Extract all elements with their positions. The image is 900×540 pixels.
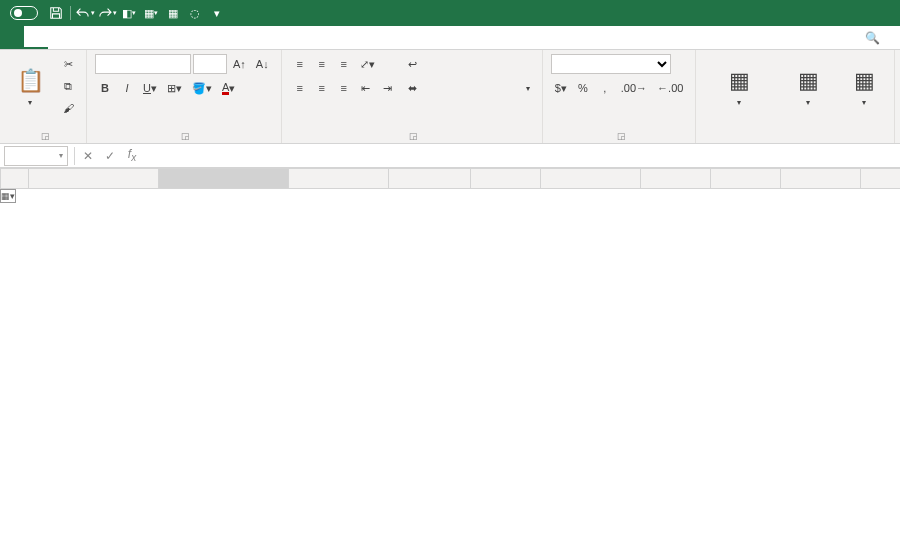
underline-button[interactable]: U▾	[139, 78, 161, 98]
italic-button[interactable]: I	[117, 78, 137, 98]
paste-button[interactable]: 📋 ▾	[8, 54, 52, 120]
tab-timeline[interactable]	[168, 26, 192, 49]
tab-review[interactable]	[192, 26, 216, 49]
font-color-button[interactable]: A▾	[218, 78, 239, 98]
save-icon[interactable]	[46, 3, 66, 23]
name-box[interactable]: ▾	[4, 146, 68, 166]
tab-data[interactable]	[144, 26, 168, 49]
wrap-text-button[interactable]: ↩	[404, 54, 514, 74]
group-number: $▾ % , .00→ ←.00 ◲	[543, 50, 697, 143]
increase-indent-button[interactable]: ⇥	[378, 78, 398, 98]
insert-function-button[interactable]: fx	[121, 147, 143, 163]
cond-format-icon: ▦	[729, 68, 750, 94]
decrease-indent-button[interactable]: ⇤	[356, 78, 376, 98]
conditional-formatting-button[interactable]: ▦▾	[704, 54, 774, 120]
autofill-options-button[interactable]: ▦▾	[0, 189, 16, 203]
tab-page-layout[interactable]	[96, 26, 120, 49]
brush-icon: 🖌	[63, 102, 74, 114]
number-launcher-icon[interactable]: ◲	[617, 131, 626, 141]
column-header-row	[1, 169, 901, 189]
align-center-button[interactable]: ≡	[312, 78, 332, 98]
clipboard-icon: 📋	[17, 68, 44, 94]
spreadsheet-grid[interactable]: ▦▾	[0, 168, 900, 540]
copy-button[interactable]: ⧉	[58, 76, 78, 96]
orientation-button[interactable]: ⤢▾	[356, 54, 379, 74]
search-icon: 🔍	[865, 31, 880, 45]
cell-styles-icon: ▦	[854, 68, 875, 94]
comma-button[interactable]: ,	[595, 78, 615, 98]
qat-customize[interactable]: ▾	[207, 3, 227, 23]
tab-formulas[interactable]	[120, 26, 144, 49]
enter-formula-button[interactable]: ✓	[99, 149, 121, 163]
group-font: A↑ A↓ B I U▾ ⊞▾ 🪣▾ A▾ ◲	[87, 50, 282, 143]
col-header-e[interactable]	[471, 169, 541, 189]
col-header-f[interactable]	[541, 169, 641, 189]
merge-center-button[interactable]: ⬌▾	[404, 78, 534, 98]
formula-input[interactable]	[143, 146, 900, 166]
quick-access-toolbar: ▾ ▾ ◧▾ ▦▾ ▦ ◌ ▾	[46, 3, 227, 23]
tab-view[interactable]	[216, 26, 240, 49]
format-painter-button[interactable]: 🖌	[58, 98, 78, 118]
align-left-button[interactable]: ≡	[290, 78, 310, 98]
format-as-table-button[interactable]: ▦▾	[780, 54, 836, 120]
decrease-decimal-button[interactable]: ←.00	[653, 78, 687, 98]
border-button[interactable]: ⊞▾	[163, 78, 186, 98]
scissors-icon: ✂	[64, 58, 73, 71]
undo-icon[interactable]: ▾	[75, 3, 95, 23]
tab-draw[interactable]	[72, 26, 96, 49]
currency-button[interactable]: $▾	[551, 78, 571, 98]
tab-help[interactable]	[264, 26, 288, 49]
formula-bar: ▾ ✕ ✓ fx	[0, 144, 900, 168]
ribbon: 📋 ▾ ✂ ⧉ 🖌 ◲ A↑ A↓ B I U▾ ⊞	[0, 50, 900, 144]
align-bottom-button[interactable]: ≡	[334, 54, 354, 74]
bold-button[interactable]: B	[95, 78, 115, 98]
merge-icon: ⬌	[408, 82, 417, 95]
qat-btn-2[interactable]: ▦▾	[141, 3, 161, 23]
group-clipboard: 📋 ▾ ✂ ⧉ 🖌 ◲	[0, 50, 87, 143]
align-top-button[interactable]: ≡	[290, 54, 310, 74]
cancel-formula-button[interactable]: ✕	[77, 149, 99, 163]
col-header-b[interactable]	[159, 169, 289, 189]
alignment-launcher-icon[interactable]: ◲	[409, 131, 418, 141]
font-name-input[interactable]	[95, 54, 191, 74]
decrease-font-button[interactable]: A↓	[252, 54, 273, 74]
qat-btn-4[interactable]: ◌	[185, 3, 205, 23]
increase-font-button[interactable]: A↑	[229, 54, 250, 74]
redo-icon[interactable]: ▾	[97, 3, 117, 23]
increase-decimal-button[interactable]: .00→	[617, 78, 651, 98]
toggle-switch[interactable]	[10, 6, 38, 20]
cut-button[interactable]: ✂	[58, 54, 78, 74]
wrap-icon: ↩	[408, 58, 417, 71]
align-middle-button[interactable]: ≡	[312, 54, 332, 74]
autosave-toggle[interactable]	[6, 6, 38, 20]
col-header-h[interactable]	[711, 169, 781, 189]
tab-developer[interactable]	[240, 26, 264, 49]
bucket-icon: 🪣	[192, 82, 206, 95]
tab-insert[interactable]	[48, 26, 72, 49]
qat-btn-1[interactable]: ◧▾	[119, 3, 139, 23]
styles-group-label	[704, 139, 886, 141]
tab-pdfelement[interactable]	[288, 26, 312, 49]
col-header-i[interactable]	[781, 169, 861, 189]
font-size-input[interactable]	[193, 54, 227, 74]
align-right-button[interactable]: ≡	[334, 78, 354, 98]
percent-button[interactable]: %	[573, 78, 593, 98]
tab-home[interactable]	[24, 26, 48, 49]
group-styles: ▦▾ ▦▾ ▦▾	[696, 50, 895, 143]
group-cells: ⊞▾ ⊟▾ ▭▾	[895, 50, 900, 143]
col-header-d[interactable]	[389, 169, 471, 189]
font-launcher-icon[interactable]: ◲	[181, 131, 190, 141]
col-header-g[interactable]	[641, 169, 711, 189]
group-alignment: ≡ ≡ ≡ ⤢▾ ≡ ≡ ≡ ⇤ ⇥ ↩ ⬌▾ ◲	[282, 50, 543, 143]
col-header-j[interactable]	[861, 169, 901, 189]
clipboard-launcher-icon[interactable]: ◲	[41, 131, 50, 141]
fill-color-button[interactable]: 🪣▾	[188, 78, 216, 98]
qat-btn-3[interactable]: ▦	[163, 3, 183, 23]
search-button[interactable]: 🔍	[851, 26, 900, 49]
select-all-corner[interactable]	[1, 169, 29, 189]
tab-file[interactable]	[0, 26, 24, 49]
cell-styles-button[interactable]: ▦▾	[842, 54, 886, 120]
col-header-a[interactable]	[29, 169, 159, 189]
number-format-select[interactable]	[551, 54, 671, 74]
col-header-c[interactable]	[289, 169, 389, 189]
